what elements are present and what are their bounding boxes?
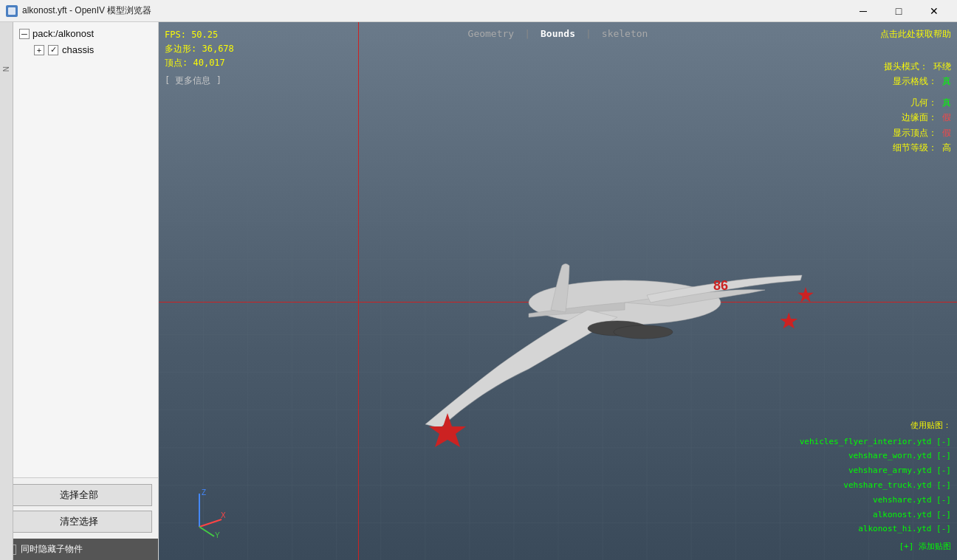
- axes-indicator: Z X Y: [174, 486, 218, 530]
- titlebar-left: alkonost.yft - OpenIV 模型浏览器: [6, 4, 151, 17]
- svg-point-3: [588, 321, 647, 336]
- red-axis-horizontal: [159, 302, 957, 303]
- texture-5: alkonost.ytd [-]: [800, 508, 951, 522]
- textures-title: 使用贴图：: [800, 418, 951, 433]
- show-grid-label: 显示格线：: [893, 76, 937, 86]
- svg-marker-6: [798, 287, 814, 302]
- left-strip: N: [0, 22, 13, 560]
- wireframe-value: 假: [942, 112, 951, 122]
- minimize-button[interactable]: ─: [846, 0, 880, 22]
- texture-3: vehshare_truck.ytd [-]: [800, 478, 951, 493]
- maximize-button[interactable]: □: [882, 0, 916, 22]
- camera-mode-value: 环绕: [933, 61, 951, 72]
- wireframe-label: 边缘面：: [902, 112, 937, 122]
- expand-root-icon[interactable]: ─: [19, 29, 30, 39]
- svg-text:86: 86: [713, 278, 728, 293]
- texture-1: vehshare_worn.ytd [-]: [800, 449, 951, 463]
- texture-6: alkonost_hi.ytd [-]: [800, 522, 951, 536]
- chassis-checkbox[interactable]: [48, 45, 58, 55]
- close-button[interactable]: ✕: [917, 0, 951, 22]
- more-info[interactable]: [ 更多信息 ]: [165, 74, 234, 88]
- sidebar: N ─ pack:/alkonost + chassis 选择全部 清空选择 同…: [0, 22, 159, 560]
- sidebar-bottom: 选择全部 清空选择: [0, 477, 158, 539]
- geometry-value: 真: [942, 97, 951, 108]
- poly-label: 多边形:: [165, 44, 196, 54]
- fps-label: FPS:: [165, 30, 186, 40]
- camera-mode-label: 摄头模式：: [884, 61, 928, 72]
- add-texture[interactable]: [+] 添加贴图: [800, 539, 951, 554]
- clear-selection-button[interactable]: 清空选择: [6, 511, 152, 533]
- select-all-button[interactable]: 选择全部: [6, 484, 152, 506]
- aircraft-svg: 86: [351, 159, 868, 454]
- tab-geometry[interactable]: Geometry: [465, 28, 518, 39]
- hide-children-label: 同时隐藏子物件: [21, 543, 83, 556]
- hud-topcenter: Geometry | Bounds | skeleton: [465, 28, 651, 39]
- viewport[interactable]: 86 FPS: 50.25 多边形: 36,678 顶点: 4: [159, 22, 957, 560]
- tree-root[interactable]: ─ pack:/alkonost: [13, 25, 158, 42]
- chassis-label: chassis: [62, 44, 94, 55]
- tree-child-chassis[interactable]: + chassis: [13, 42, 158, 58]
- app-icon: [6, 5, 18, 17]
- show-grid-value: 真: [942, 76, 951, 86]
- svg-marker-8: [780, 312, 798, 328]
- expand-chassis-icon[interactable]: +: [34, 45, 44, 55]
- show-vertices-value: 假: [942, 128, 951, 138]
- red-axis-vertical: [358, 22, 359, 560]
- hud-help[interactable]: 点击此处获取帮助: [880, 28, 951, 41]
- tree-root-label: pack:/alkonost: [32, 28, 94, 39]
- svg-text:X: X: [221, 511, 225, 519]
- svg-text:Y: Y: [215, 531, 220, 538]
- main-layout: N ─ pack:/alkonost + chassis 选择全部 清空选择 同…: [0, 22, 957, 560]
- hud-textures: 使用贴图： vehicles_flyer_interior.ytd [-] ve…: [800, 418, 951, 554]
- svg-text:Z: Z: [202, 488, 206, 497]
- svg-line-13: [199, 527, 214, 536]
- poly-value: 36,678: [202, 44, 233, 54]
- poly-line: 多边形: 36,678: [165, 42, 234, 56]
- strip-label-n: N: [2, 66, 10, 72]
- svg-rect-0: [8, 7, 16, 15]
- lod-value: 高: [942, 142, 951, 153]
- svg-marker-7: [429, 413, 466, 447]
- geometry-label: 几何：: [910, 97, 937, 108]
- hide-children-row[interactable]: 同时隐藏子物件: [0, 539, 158, 560]
- hud-topleft: FPS: 50.25 多边形: 36,678 顶点: 40,017 [ 更多信息…: [165, 28, 234, 88]
- vertex-label: 顶点:: [165, 58, 188, 68]
- svg-point-2: [529, 280, 721, 325]
- fps-line: FPS: 50.25: [165, 28, 234, 42]
- titlebar: alkonost.yft - OpenIV 模型浏览器 ─ □ ✕: [0, 0, 957, 22]
- texture-4: vehshare.ytd [-]: [800, 493, 951, 508]
- titlebar-title: alkonost.yft - OpenIV 模型浏览器: [22, 4, 151, 17]
- svg-line-11: [199, 519, 222, 527]
- hud-properties: 摄头模式： 环绕 显示格线： 真 几何： 真 边缘面： 假 显示顶点： 假 细节…: [884, 59, 951, 155]
- tab-bounds[interactable]: Bounds: [538, 28, 578, 39]
- lod-label: 细节等级：: [893, 142, 937, 153]
- show-vertices-label: 显示顶点：: [893, 128, 937, 138]
- texture-0: vehicles_flyer_interior.ytd [-]: [800, 435, 951, 449]
- svg-point-4: [614, 325, 673, 339]
- titlebar-controls: ─ □ ✕: [846, 0, 951, 22]
- tree-area: ─ pack:/alkonost + chassis: [13, 22, 158, 477]
- texture-2: vehshare_army.ytd [-]: [800, 463, 951, 478]
- vertex-value: 40,017: [193, 58, 224, 68]
- fps-value: 50.25: [191, 30, 218, 40]
- aircraft-model: 86: [351, 159, 868, 454]
- tab-skeleton[interactable]: skeleton: [599, 28, 651, 39]
- vertex-line: 顶点: 40,017: [165, 56, 234, 70]
